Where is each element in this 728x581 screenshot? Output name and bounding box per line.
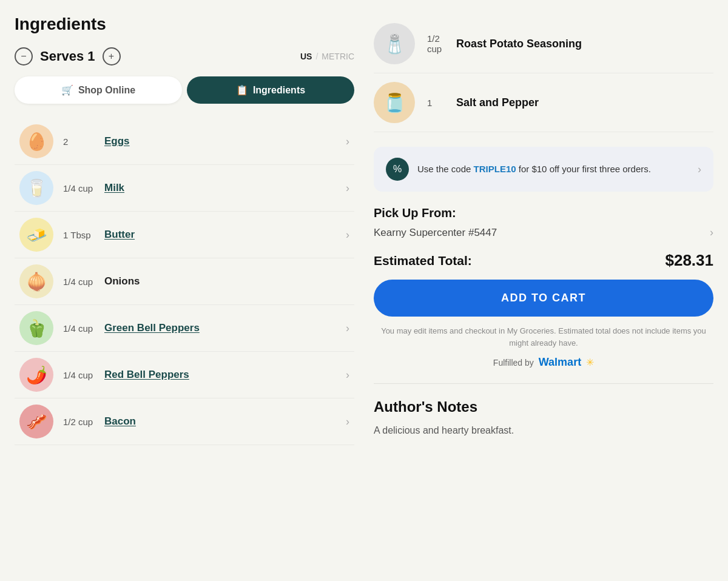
chevron-right-icon: › [346, 135, 349, 148]
tab-ingredients-label: Ingredients [253, 85, 305, 96]
list-item[interactable]: 🧅 1/4 cup Onions [15, 258, 354, 305]
store-name: Kearny Supercenter #5447 [374, 227, 497, 239]
ingredient-name: Milk [104, 182, 341, 194]
list-item[interactable]: 🫑 1/4 cup Green Bell Peppers › [15, 305, 354, 352]
add-to-cart-button[interactable]: ADD TO CART [374, 280, 713, 317]
page-title: Ingredients [15, 15, 354, 34]
promo-prefix: Use the code [417, 164, 474, 174]
list-item[interactable]: 🧈 1 Tbsp Butter › [15, 212, 354, 258]
pickup-section: Pick Up From: Kearny Supercenter #5447 › [374, 206, 713, 239]
author-title: Author's Notes [374, 398, 713, 415]
cart-icon: 🛒 [61, 84, 73, 96]
promo-text: Use the code TRIPLE10 for $10 off your f… [417, 163, 689, 176]
pickup-chevron-icon: › [710, 226, 713, 239]
bacon-image: 🥓 [19, 405, 53, 438]
egg-image: 🥚 [19, 124, 53, 158]
ingredient-qty: 1 Tbsp [63, 230, 104, 240]
red-pepper-image: 🌶️ [19, 358, 53, 392]
ingredient-name: Red Bell Peppers [104, 369, 341, 381]
walmart-spark-icon: ✳ [586, 357, 594, 368]
serves-row: − Serves 1 + US / METRIC [15, 47, 354, 65]
chevron-right-icon: › [346, 182, 349, 195]
product-name: Salt and Pepper [456, 96, 713, 109]
ingredient-name: Butter [104, 229, 341, 241]
list-item[interactable]: 🥛 1/4 cup Milk › [15, 165, 354, 212]
pickup-store[interactable]: Kearny Supercenter #5447 › [374, 226, 713, 239]
author-section: Author's Notes A delicious and hearty br… [374, 383, 713, 438]
unit-separator: / [315, 52, 318, 61]
ingredient-name: Eggs [104, 135, 341, 147]
promo-banner[interactable]: % Use the code TRIPLE10 for $10 off your… [374, 147, 713, 192]
green-pepper-image: 🫑 [19, 311, 53, 345]
ingredient-name: Green Bell Peppers [104, 322, 341, 334]
serves-label: Serves 1 [40, 49, 95, 64]
right-column: 🧂 1/2 cup Roast Potato Seasoning 🫙 1 Sal… [374, 15, 713, 445]
ingredient-qty: 1/4 cup [63, 183, 104, 193]
left-column: Ingredients − Serves 1 + US / METRIC 🛒 S… [15, 15, 354, 445]
promo-icon: % [386, 158, 409, 181]
promo-code: TRIPLE10 [474, 164, 516, 174]
fulfilled-label: Fulfilled by [493, 358, 534, 368]
ingredient-list: 🥚 2 Eggs › 🥛 1/4 cup Milk › 🧈 1 Tbsp But… [15, 118, 354, 445]
list-item[interactable]: 🥚 2 Eggs › [15, 118, 354, 165]
walmart-logo: Walmart [539, 356, 581, 369]
onion-image: 🧅 [19, 264, 53, 298]
product-row: 🧂 1/2 cup Roast Potato Seasoning [374, 15, 713, 73]
product-row: 🫙 1 Salt and Pepper [374, 73, 713, 132]
tab-shop-label: Shop Online [78, 85, 135, 96]
page-container: Ingredients − Serves 1 + US / METRIC 🛒 S… [0, 0, 728, 460]
tab-row: 🛒 Shop Online 📋 Ingredients [15, 76, 354, 104]
author-text: A delicious and hearty breakfast. [374, 423, 713, 438]
total-label: Estimated Total: [374, 254, 472, 268]
unit-toggle: US / METRIC [300, 52, 354, 61]
cart-disclaimer: You may edit items and checkout in My Gr… [374, 325, 713, 349]
ingredient-qty: 1/4 cup [63, 277, 104, 287]
ingredient-name: Onions [104, 275, 345, 287]
butter-image: 🧈 [19, 218, 53, 252]
product-qty: 1/2 cup [427, 33, 456, 54]
fulfilled-row: Fulfilled by Walmart ✳ [374, 356, 713, 369]
increase-serves-button[interactable]: + [103, 47, 121, 65]
seasoning-image: 🧂 [374, 23, 415, 64]
serves-controls: − Serves 1 + [15, 47, 121, 65]
decrease-serves-button[interactable]: − [15, 47, 33, 65]
unit-metric[interactable]: METRIC [322, 52, 354, 61]
total-row: Estimated Total: $28.31 [374, 251, 713, 270]
list-item[interactable]: 🌶️ 1/4 cup Red Bell Peppers › [15, 352, 354, 398]
chevron-right-icon: › [346, 369, 349, 381]
chevron-right-icon: › [346, 322, 349, 335]
tab-shop-online[interactable]: 🛒 Shop Online [15, 76, 182, 104]
tab-ingredients[interactable]: 📋 Ingredients [187, 76, 354, 104]
ingredient-name: Bacon [104, 415, 341, 428]
ingredient-qty: 1/4 cup [63, 370, 104, 380]
ingredient-qty: 1/2 cup [63, 417, 104, 427]
milk-image: 🥛 [19, 171, 53, 205]
ingredient-qty: 1/4 cup [63, 323, 104, 334]
total-value: $28.31 [665, 251, 713, 270]
chevron-right-icon: › [346, 415, 349, 428]
product-qty: 1 [427, 98, 456, 108]
product-name: Roast Potato Seasoning [456, 38, 713, 50]
list-item[interactable]: 🥓 1/2 cup Bacon › [15, 398, 354, 445]
salt-pepper-image: 🫙 [374, 82, 415, 123]
promo-suffix: for $10 off your first three orders. [516, 164, 651, 174]
unit-us[interactable]: US [300, 52, 312, 61]
promo-chevron-icon: › [698, 163, 701, 176]
ingredient-qty: 2 [63, 136, 104, 147]
list-icon: 📋 [236, 84, 248, 96]
chevron-right-icon: › [346, 229, 349, 241]
pickup-label: Pick Up From: [374, 206, 713, 220]
